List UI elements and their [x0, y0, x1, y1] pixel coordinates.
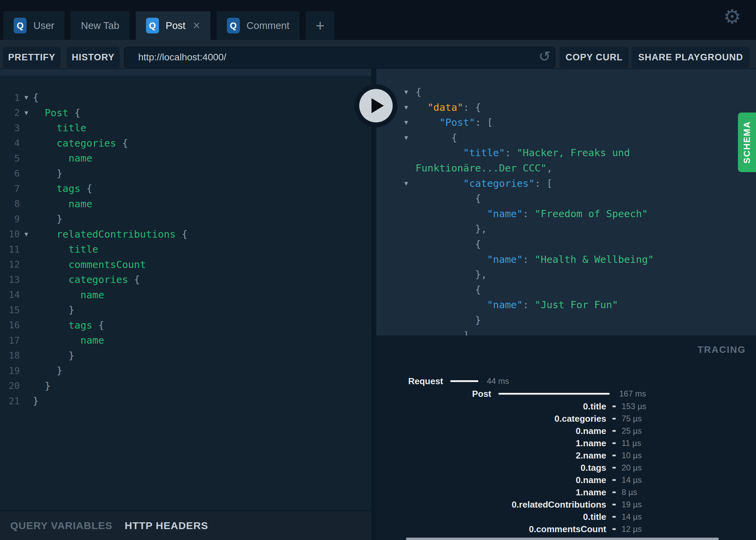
tracing-row-value: 12 µs [622, 524, 642, 534]
reload-icon[interactable]: ↺ [539, 49, 551, 64]
tracing-duration-dash [612, 467, 616, 469]
tracing-horizontal-scrollbar[interactable] [406, 538, 719, 540]
line-number: 12 [0, 259, 20, 270]
settings-gear-icon[interactable]: ⚙ [723, 7, 741, 27]
tracing-duration-bar [498, 393, 610, 395]
tab-http-headers[interactable]: HTTP HEADERS [125, 520, 208, 531]
prettify-button[interactable]: PRETTIFY [3, 47, 61, 68]
response-line: { [376, 191, 756, 206]
pane-area: 1▾{2▾Post {3title4categories {5name6}7ta… [0, 69, 756, 540]
schema-tab-button[interactable]: SCHEMA [738, 112, 756, 172]
new-tab-button[interactable]: + [306, 11, 334, 40]
fold-arrow-icon[interactable]: ▾ [20, 230, 33, 239]
code-text: "categories": [ [416, 176, 756, 191]
tab-bar: QUserNew TabQPost×QComment+ [3, 11, 334, 40]
line-number: 4 [0, 138, 20, 148]
response-line: ▾"categories": [ [376, 176, 756, 191]
query-line: 16tags { [0, 318, 371, 333]
query-editor-lines: 1▾{2▾Post {3title4categories {5name6}7ta… [0, 90, 371, 409]
code-text: } [416, 313, 756, 328]
tracing-row-label: 0.name [576, 426, 606, 436]
response-line: }, [376, 221, 756, 237]
tracing-row: 0.title153 µs [376, 402, 756, 411]
response-line: }, [376, 267, 756, 282]
code-text: "title": "Hacker, Freaks und [416, 145, 756, 161]
fold-arrow-icon[interactable]: ▾ [404, 118, 408, 127]
line-number: 16 [0, 320, 20, 330]
pane-divider[interactable] [371, 69, 376, 540]
tracing-duration-dash [612, 442, 616, 444]
response-line: { [376, 282, 756, 298]
fold-arrow-icon[interactable]: ▾ [404, 133, 408, 142]
line-number: 3 [0, 123, 20, 133]
history-button[interactable]: HISTORY [67, 47, 120, 68]
code-text: name [33, 152, 92, 164]
query-line: 20} [0, 378, 371, 394]
tab-comment[interactable]: QComment [217, 11, 300, 40]
tracing-row-value: 19 µs [622, 500, 642, 509]
copy-curl-button[interactable]: COPY CURL [560, 47, 628, 68]
tracing-duration-dash [612, 430, 616, 432]
close-icon[interactable]: × [193, 19, 200, 32]
query-line: 6} [0, 166, 371, 181]
response-line: ▾{ [376, 85, 756, 100]
fold-arrow-icon[interactable]: ▾ [20, 93, 33, 102]
fold-arrow-icon[interactable]: ▾ [404, 103, 408, 112]
code-text: "Post": [ [416, 115, 756, 130]
code-text: } [33, 395, 39, 407]
code-text: Post { [33, 107, 81, 119]
endpoint-url-wrap: ↺ [124, 47, 555, 68]
code-text: { [416, 130, 756, 146]
tracing-row-value: 11 µs [622, 438, 641, 448]
tracing-row-label: 1.name [576, 438, 606, 449]
tab-post[interactable]: QPost× [136, 11, 210, 40]
tracing-row-label: Request [408, 376, 443, 387]
tracing-duration-dash [612, 516, 616, 518]
line-number: 18 [0, 350, 20, 361]
tracing-duration-dash [612, 528, 616, 530]
tracing-panel: TRACING Request44 msPost167 ms0.title153… [376, 335, 756, 540]
tracing-row: 0.relatedContributions19 µs [376, 500, 756, 509]
line-number: 8 [0, 198, 20, 209]
line-number: 1 [0, 92, 20, 103]
line-number: 6 [0, 168, 20, 179]
code-text: tags { [33, 319, 104, 331]
fold-arrow-icon[interactable]: ▾ [20, 108, 33, 117]
response-line: "name": "Health & Wellbeing" [376, 252, 756, 267]
tracing-row-label: 2.name [576, 450, 606, 461]
tracing-row-label: 0.categories [554, 414, 606, 424]
tracing-duration-bar [450, 380, 478, 382]
tracing-row-value: 153 µs [622, 402, 646, 411]
execute-query-button[interactable] [354, 84, 397, 127]
tab-user[interactable]: QUser [3, 11, 64, 40]
query-line: 9} [0, 211, 371, 227]
tracing-row: 0.title14 µs [376, 512, 756, 521]
response-line: "title": "Hacker, Freaks und [376, 145, 756, 161]
tab-query-variables[interactable]: QUERY VARIABLES [10, 520, 113, 531]
share-playground-button[interactable]: SHARE PLAYGROUND [632, 47, 750, 68]
tracing-toggle[interactable]: TRACING [697, 344, 746, 355]
tracing-row-value: 167 ms [619, 389, 646, 399]
tracing-row-label: 1.name [576, 487, 606, 498]
query-editor[interactable]: 1▾{2▾Post {3title4categories {5name6}7ta… [0, 76, 371, 510]
tracing-row: Request44 ms [376, 377, 756, 386]
tab-label: New Tab [81, 20, 119, 31]
line-number: 19 [0, 365, 20, 376]
schema-tab-label: SCHEMA [742, 121, 752, 164]
query-line: 17name [0, 333, 371, 348]
code-text: Funktionäre...Der CCC", [416, 161, 756, 176]
code-text: } [33, 304, 74, 316]
tracing-row-value: 10 µs [622, 451, 642, 460]
query-badge-icon: Q [146, 18, 159, 33]
code-text: }, [416, 267, 756, 282]
fold-arrow-icon[interactable]: ▾ [404, 88, 408, 96]
query-line: 5name [0, 151, 371, 166]
response-line: ▾"Post": [ [376, 115, 756, 130]
endpoint-url-input[interactable] [124, 47, 555, 68]
tracing-row-value: 8 µs [622, 487, 637, 497]
fold-arrow-icon[interactable]: ▾ [404, 179, 408, 188]
code-text: "name": "Health & Wellbeing" [416, 252, 756, 267]
tab-new-tab[interactable]: New Tab [71, 11, 129, 40]
code-text: categories { [33, 274, 140, 285]
query-line: 14name [0, 287, 371, 303]
